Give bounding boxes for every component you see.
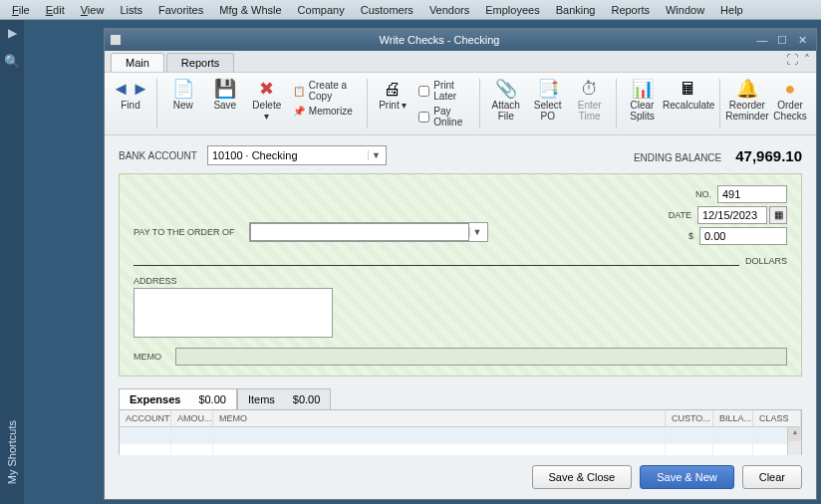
clear-splits-button[interactable]: 📊Clear Splits [623, 77, 663, 124]
print-button[interactable]: 🖨Print ▾ [373, 77, 412, 113]
copy-icon: 📋 [293, 86, 305, 97]
restore-down-icon[interactable]: ⛶ [786, 53, 798, 67]
window-title: Write Checks - Checking [129, 34, 750, 46]
pay-to-label: PAY TO THE ORDER OF [134, 227, 235, 237]
ending-balance-value: 47,969.10 [735, 147, 802, 164]
payee-combo[interactable]: ▼ [249, 222, 488, 242]
memo-label: MEMO [134, 352, 161, 362]
tab-expenses[interactable]: Expenses$0.00 [119, 388, 237, 409]
grid-scrollbar[interactable]: ▴▾ [787, 427, 801, 455]
date-label: DATE [662, 210, 691, 220]
amount-dollar-label: $ [664, 231, 693, 241]
menu-view[interactable]: View [73, 2, 113, 18]
footer: Save & Close Save & New Clear [105, 455, 816, 499]
order-checks-button[interactable]: ●Order Checks [770, 77, 810, 124]
attach-file-button[interactable]: 📎Attach File [486, 77, 526, 124]
select-po-button[interactable]: 📑Select PO [528, 77, 568, 124]
new-icon: 📄 [172, 79, 194, 99]
amount-input[interactable] [699, 227, 787, 245]
close-button[interactable]: ✕ [794, 33, 810, 47]
address-label: ADDRESS [134, 276, 787, 286]
save-new-button[interactable]: Save & New [640, 465, 734, 489]
menu-customers[interactable]: Customers [353, 2, 421, 18]
menu-window[interactable]: Window [658, 2, 712, 18]
col-customer[interactable]: CUSTO... [666, 410, 713, 426]
titlebar: Write Checks - Checking — ☐ ✕ [105, 29, 816, 51]
expenses-amount: $0.00 [198, 393, 226, 405]
toolbar: ◄► Find 📄New 💾Save ✖Delete ▾ 📋Create a C… [105, 73, 816, 135]
find-button[interactable]: ◄► Find [111, 77, 150, 113]
delete-button[interactable]: ✖Delete ▾ [247, 77, 287, 124]
left-rail: ▶ 🔍 My Shortcuts [0, 20, 24, 504]
save-button[interactable]: 💾Save [205, 77, 245, 113]
check-no-input[interactable] [717, 185, 787, 203]
grid-body[interactable]: ▴▾ [120, 427, 801, 455]
menu-file[interactable]: File [4, 2, 38, 18]
date-input[interactable] [697, 206, 767, 224]
menu-favorites[interactable]: Favorites [150, 2, 211, 18]
menu-banking[interactable]: Banking [548, 2, 604, 18]
menu-vendors[interactable]: Vendors [421, 2, 477, 18]
bank-account-input[interactable] [208, 146, 368, 164]
reorder-reminder-button[interactable]: 🔔Reorder Reminder [726, 77, 768, 124]
new-button[interactable]: 📄New [163, 77, 203, 113]
ribbon-tabs: Main Reports ⛶ ˄ [105, 51, 816, 73]
menu-lists[interactable]: Lists [112, 2, 150, 18]
expand-rail-button[interactable]: ▶ [8, 20, 17, 46]
print-later-checkbox[interactable]: Print Later [418, 79, 469, 103]
save-icon: 💾 [214, 79, 236, 99]
bank-account-combo[interactable]: ▼ [207, 145, 387, 165]
minimize-button[interactable]: — [754, 33, 770, 47]
items-amount: $0.00 [293, 393, 321, 405]
menu-employees[interactable]: Employees [477, 2, 547, 18]
tab-items[interactable]: Items$0.00 [237, 388, 331, 409]
attach-icon: 📎 [495, 79, 517, 99]
col-memo[interactable]: MEMO [213, 410, 666, 426]
tab-main[interactable]: Main [111, 53, 164, 72]
splits-grid: ACCOUNT AMOU... MEMO CUSTO... BILLA... C… [119, 410, 802, 455]
pay-online-checkbox[interactable]: Pay Online [418, 105, 469, 128]
enter-time-button[interactable]: ⏱Enter Time [570, 77, 610, 124]
address-input[interactable] [134, 288, 333, 338]
chevron-down-icon[interactable]: ▼ [368, 150, 384, 160]
chevron-down-icon[interactable]: ▼ [469, 227, 485, 237]
memorize-icon: 📌 [293, 106, 305, 117]
write-checks-window: Write Checks - Checking — ☐ ✕ Main Repor… [104, 28, 817, 500]
delete-icon: ✖ [259, 79, 274, 99]
search-icon[interactable]: 🔍 [4, 46, 20, 77]
expense-item-tabs: Expenses$0.00 Items$0.00 [119, 388, 802, 410]
menu-help[interactable]: Help [712, 2, 751, 18]
recalculate-button[interactable]: 🖩Recalculate [665, 77, 713, 113]
tab-reports[interactable]: Reports [166, 53, 235, 72]
clear-button[interactable]: Clear [742, 465, 802, 489]
maximize-button[interactable]: ☐ [774, 33, 790, 47]
scroll-up-icon[interactable]: ▴ [788, 427, 801, 441]
menu-company[interactable]: Company [290, 2, 353, 18]
splits-icon: 📊 [632, 79, 654, 99]
col-class[interactable]: CLASS [753, 410, 801, 426]
time-icon: ⏱ [581, 79, 599, 99]
col-account[interactable]: ACCOUNT [120, 410, 171, 426]
collapse-ribbon-icon[interactable]: ˄ [804, 53, 810, 67]
order-icon: ● [785, 79, 796, 99]
create-copy-button[interactable]: 📋Create a Copy [293, 79, 357, 103]
check-panel: NO. DATE ▦ $ PAY TO THE ORDER OF ▼ DOLLA… [119, 173, 802, 377]
shortcuts-label[interactable]: My Shortcuts [6, 420, 18, 484]
menu-mfg[interactable]: Mfg & Whsle [211, 2, 289, 18]
col-amount[interactable]: AMOU... [171, 410, 213, 426]
menubar: File Edit View Lists Favorites Mfg & Whs… [0, 0, 821, 20]
col-billable[interactable]: BILLA... [713, 410, 753, 426]
memo-input[interactable] [175, 348, 787, 366]
menu-edit[interactable]: Edit [38, 2, 73, 18]
print-icon: 🖨 [384, 79, 402, 99]
next-arrow-icon[interactable]: ► [132, 79, 149, 100]
payee-input[interactable] [250, 223, 469, 241]
prev-arrow-icon[interactable]: ◄ [112, 79, 130, 100]
calc-icon: 🖩 [680, 79, 697, 99]
no-label: NO. [682, 189, 711, 199]
save-close-button[interactable]: Save & Close [532, 465, 633, 489]
bank-account-label: BANK ACCOUNT [119, 150, 197, 161]
menu-reports[interactable]: Reports [603, 2, 658, 18]
calendar-icon[interactable]: ▦ [769, 206, 787, 224]
memorize-button[interactable]: 📌Memorize [293, 105, 357, 118]
